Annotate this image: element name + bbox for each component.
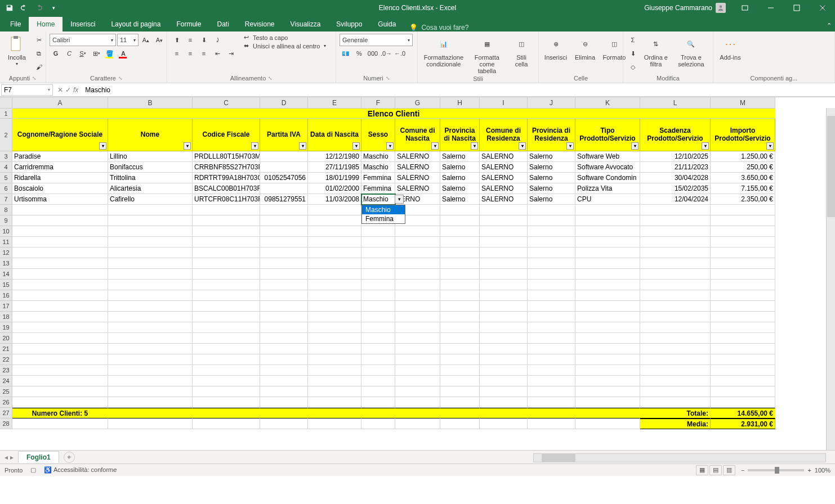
cell[interactable]: Maschio xyxy=(361,151,395,162)
cell[interactable] xyxy=(193,248,260,258)
vertical-scrollbar[interactable] xyxy=(826,108,835,461)
cell[interactable] xyxy=(480,333,528,344)
wrap-text-button[interactable]: ↩ Testo a capo xyxy=(244,34,326,41)
cell[interactable] xyxy=(361,408,395,418)
cell[interactable] xyxy=(12,248,108,258)
totale-value-cell[interactable]: 14.655,00 € xyxy=(711,408,775,418)
cell[interactable] xyxy=(640,215,711,226)
cell[interactable] xyxy=(260,312,308,322)
cell[interactable] xyxy=(395,322,440,333)
cell[interactable]: Ridarella xyxy=(12,173,108,183)
cell[interactable] xyxy=(480,376,528,386)
cell[interactable] xyxy=(440,322,480,333)
cell[interactable] xyxy=(640,248,711,258)
cell[interactable] xyxy=(640,280,711,290)
cell[interactable] xyxy=(308,215,361,226)
cell[interactable] xyxy=(260,365,308,376)
cell[interactable] xyxy=(480,248,528,258)
align-launcher-icon[interactable]: ⤡ xyxy=(268,75,273,81)
cell[interactable] xyxy=(575,386,640,397)
cell[interactable] xyxy=(395,344,440,354)
cell[interactable] xyxy=(308,226,361,237)
cell[interactable]: 12/10/2025 xyxy=(640,151,711,162)
cell[interactable] xyxy=(260,215,308,226)
cell[interactable] xyxy=(480,269,528,280)
cell[interactable] xyxy=(528,354,575,365)
cell[interactable] xyxy=(440,301,480,312)
cell[interactable]: URTCFR08C11H703F xyxy=(193,194,260,205)
cell[interactable] xyxy=(395,397,440,408)
cell[interactable] xyxy=(480,205,528,215)
cell[interactable] xyxy=(308,280,361,290)
cell[interactable] xyxy=(528,365,575,376)
cell[interactable] xyxy=(361,376,395,386)
cell[interactable] xyxy=(308,408,361,418)
row-header[interactable]: 9 xyxy=(0,215,12,226)
cell[interactable] xyxy=(440,258,480,269)
cell[interactable] xyxy=(12,237,108,248)
cell[interactable] xyxy=(440,269,480,280)
cell[interactable]: Boscaiolo xyxy=(12,183,108,194)
cell[interactable] xyxy=(480,301,528,312)
sheet-title-cell[interactable]: Elenco Clienti xyxy=(12,109,775,119)
cell[interactable] xyxy=(361,269,395,280)
cell[interactable] xyxy=(108,418,193,429)
tab-visualizza[interactable]: Visualizza xyxy=(283,17,329,32)
cell[interactable]: Lillino xyxy=(108,151,193,162)
cell[interactable]: 30/04/2028 xyxy=(640,173,711,183)
cell[interactable]: 11/03/2008 xyxy=(308,194,361,205)
cell[interactable] xyxy=(575,397,640,408)
cell[interactable] xyxy=(528,205,575,215)
font-launcher-icon[interactable]: ⤡ xyxy=(118,75,123,81)
column-header-cell[interactable]: Importo Prodotto/Servizio▾ xyxy=(711,119,775,151)
filter-button[interactable]: ▾ xyxy=(299,142,306,150)
cell[interactable]: Salerno xyxy=(440,162,480,173)
cell[interactable] xyxy=(108,301,193,312)
cell[interactable] xyxy=(260,258,308,269)
cell[interactable] xyxy=(108,215,193,226)
cell[interactable] xyxy=(308,365,361,376)
format-painter-icon[interactable]: 🖌 xyxy=(33,61,45,73)
row-header[interactable]: 3 xyxy=(0,151,12,162)
cell[interactable] xyxy=(640,269,711,280)
cell[interactable]: Maschio xyxy=(361,194,395,205)
cell[interactable] xyxy=(260,408,308,418)
fx-icon[interactable]: fx xyxy=(73,86,78,94)
cell[interactable] xyxy=(575,215,640,226)
cell[interactable] xyxy=(12,215,108,226)
cell[interactable]: 27/11/1985 xyxy=(308,162,361,173)
cell[interactable] xyxy=(480,322,528,333)
cell[interactable] xyxy=(711,215,775,226)
row-header[interactable]: 24 xyxy=(0,376,12,386)
row-header[interactable]: 20 xyxy=(0,333,12,344)
cell[interactable] xyxy=(711,237,775,248)
cell[interactable] xyxy=(108,397,193,408)
cell[interactable]: 1.250,00 € xyxy=(711,151,775,162)
cell[interactable] xyxy=(12,258,108,269)
zoom-slider[interactable] xyxy=(748,469,804,471)
increase-decimal-icon[interactable]: .0→ xyxy=(380,47,392,60)
cell[interactable] xyxy=(528,408,575,418)
cell[interactable]: 12/12/1980 xyxy=(308,151,361,162)
row-header[interactable]: 10 xyxy=(0,226,12,237)
cell[interactable] xyxy=(528,397,575,408)
cell[interactable] xyxy=(308,312,361,322)
horizontal-scrollbar[interactable] xyxy=(533,453,826,462)
align-middle-icon[interactable]: ≡ xyxy=(184,34,197,46)
cell[interactable] xyxy=(575,376,640,386)
cell[interactable] xyxy=(575,344,640,354)
cell[interactable] xyxy=(12,280,108,290)
cell[interactable] xyxy=(640,322,711,333)
cell[interactable] xyxy=(193,322,260,333)
increase-indent-icon[interactable]: ⇥ xyxy=(225,47,237,60)
paste-button[interactable]: Incolla▾ xyxy=(3,34,30,68)
insert-cells-button[interactable]: ⊕Inserisci xyxy=(542,34,569,62)
fill-icon[interactable]: ⬇ xyxy=(627,47,639,60)
cell[interactable] xyxy=(395,258,440,269)
cell[interactable] xyxy=(308,258,361,269)
select-all-corner[interactable] xyxy=(0,97,12,109)
filter-button[interactable]: ▾ xyxy=(702,142,709,150)
cell[interactable] xyxy=(480,226,528,237)
cell[interactable] xyxy=(440,365,480,376)
cell[interactable] xyxy=(308,322,361,333)
